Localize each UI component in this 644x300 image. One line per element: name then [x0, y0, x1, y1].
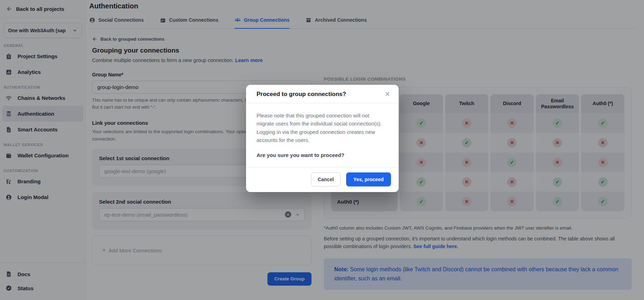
modal-question: Are you sure you want to proceed? — [257, 152, 388, 158]
modal-body: Please note that this grouped connection… — [246, 103, 399, 167]
yes-proceed-button[interactable]: Yes, proceed — [346, 172, 391, 186]
modal-footer: Cancel Yes, proceed — [246, 168, 399, 192]
app-window: Back to all projects One with Web3Auth (… — [0, 0, 644, 300]
proceed-modal: Proceed to group connections? ✕ Please n… — [246, 85, 399, 192]
modal-body-text: Please note that this grouped connection… — [257, 111, 383, 144]
modal-header: Proceed to group connections? ✕ — [246, 85, 399, 103]
close-icon[interactable]: ✕ — [383, 89, 392, 99]
modal-title: Proceed to group connections? — [257, 91, 379, 98]
cancel-button[interactable]: Cancel — [311, 172, 341, 186]
